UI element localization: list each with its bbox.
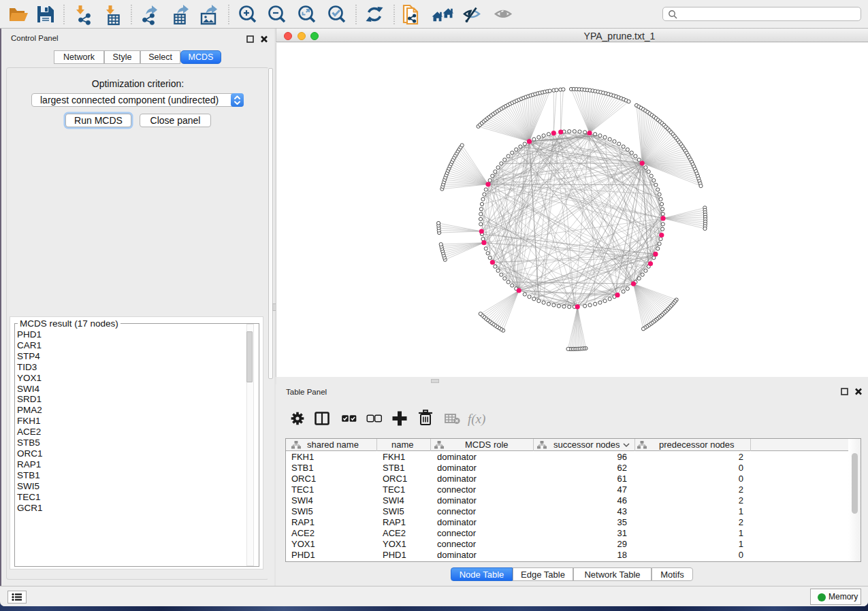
svg-text:f(x): f(x) <box>468 412 485 427</box>
